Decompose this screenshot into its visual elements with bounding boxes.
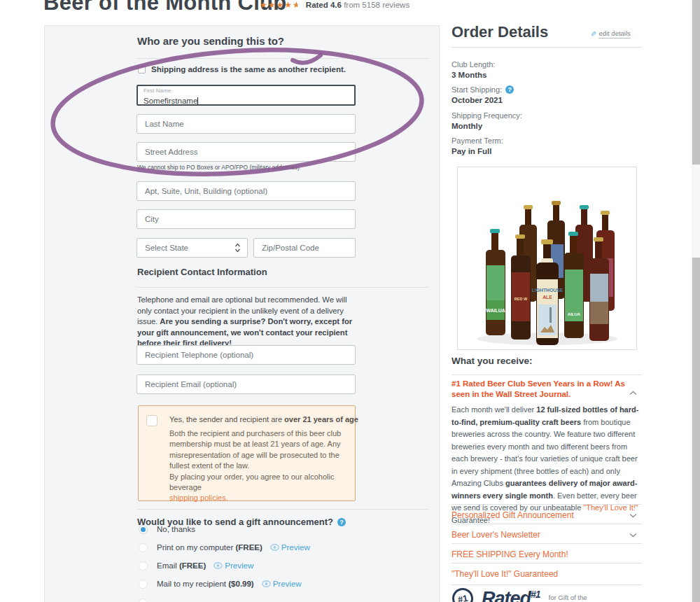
gift-option-email[interactable]: Email (FREE) Preview bbox=[139, 561, 253, 570]
gift-option-no-thanks[interactable]: No, thanks bbox=[139, 524, 195, 534]
order-details-heading: Order Details bbox=[451, 23, 548, 41]
eye-icon bbox=[214, 562, 223, 569]
rated-rank: #1 bbox=[531, 589, 540, 600]
bottle-label-red: RED W bbox=[514, 297, 528, 301]
gift-option-text: Mail to my recipient bbox=[157, 580, 228, 588]
detail-club-length: Club Length: 3 Months bbox=[451, 59, 495, 80]
star-icon: ★ bbox=[260, 1, 268, 9]
chevron-down-icon[interactable] bbox=[629, 513, 637, 518]
chevron-up-icon[interactable] bbox=[629, 391, 637, 396]
bottle-label-ale: ALE bbox=[542, 295, 552, 300]
preview-link[interactable]: Preview bbox=[214, 561, 253, 570]
detail-label: Start Shipping: bbox=[451, 85, 502, 94]
state-select[interactable]: Select State bbox=[136, 238, 248, 258]
divider bbox=[136, 287, 428, 288]
last-name-field[interactable] bbox=[136, 114, 356, 134]
detail-label: Club Length: bbox=[451, 59, 495, 69]
gift-option-price: ($0.99) bbox=[228, 580, 253, 588]
po-box-note: We cannot ship to PO Boxes or APO/FPO (m… bbox=[137, 164, 300, 171]
star-icon: ★ bbox=[284, 1, 293, 9]
form-heading: Who are you sending this to? bbox=[137, 35, 284, 47]
text-caret bbox=[197, 97, 198, 105]
edit-details-link[interactable]: ✎ edit details bbox=[590, 29, 631, 38]
same-address-row: Shipping address is the same as another … bbox=[138, 65, 346, 74]
preview-link[interactable]: Preview bbox=[270, 543, 310, 552]
what-you-receive-heading: What you receive: bbox=[451, 356, 533, 366]
divider bbox=[451, 504, 642, 505]
preview-label: Preview bbox=[273, 580, 302, 588]
shipping-policies-link[interactable]: shipping policies. bbox=[169, 493, 228, 502]
radio-icon[interactable] bbox=[139, 598, 148, 602]
age-title: Yes, the sender and recipient are over 2… bbox=[169, 415, 351, 424]
select-stepper-icon bbox=[234, 243, 241, 253]
rated-word: Rated bbox=[482, 588, 531, 602]
age-verification-box: Yes, the sender and recipient are over 2… bbox=[138, 405, 356, 501]
divider bbox=[136, 58, 428, 59]
contact-note: Telephone and email are optional but rec… bbox=[137, 295, 361, 349]
rating-value: Rated 4.6 bbox=[306, 1, 342, 9]
first-name-floating-label: First Name bbox=[144, 88, 354, 94]
divider bbox=[451, 47, 642, 48]
divider bbox=[136, 509, 428, 510]
age-body-2: By placing your order, you agree to our … bbox=[169, 472, 334, 491]
page-title: Beer of the Month Club bbox=[43, 0, 287, 15]
rated-logo-text: Rated#1 bbox=[482, 588, 540, 602]
newsletter-link[interactable]: Beer Lover's Newsletter bbox=[451, 530, 540, 540]
rated-tagline: for Gift of the bbox=[549, 594, 587, 601]
recipient-email-field[interactable] bbox=[136, 374, 356, 394]
rating-count: from 5158 reviews bbox=[344, 1, 410, 9]
radio-selected-icon[interactable] bbox=[139, 525, 148, 534]
first-name-value: Somefirstname bbox=[144, 97, 197, 105]
detail-value: Monthly bbox=[451, 120, 522, 132]
rated-number-one-logo: #1 Rated#1 for Gift of the bbox=[452, 588, 587, 602]
personalized-gift-link[interactable]: Personalized Gift Announcement bbox=[451, 510, 574, 520]
divider bbox=[451, 524, 642, 524]
half-star-icon: ★★ bbox=[293, 1, 301, 9]
bottle-wailua: WAILUA bbox=[486, 229, 505, 335]
first-name-field[interactable]: First Name Somefirstname bbox=[136, 85, 356, 106]
city-field[interactable] bbox=[136, 209, 356, 229]
gift-option-price: (FREE) bbox=[179, 561, 206, 570]
preview-label: Preview bbox=[225, 561, 253, 570]
chevron-down-icon[interactable] bbox=[629, 533, 637, 538]
scrollbar-track[interactable] bbox=[692, 0, 700, 602]
zip-field[interactable] bbox=[253, 238, 356, 258]
gift-option-print[interactable]: Print on my computer (FREE) Preview bbox=[139, 542, 310, 552]
number-one-badge-icon: #1 bbox=[450, 586, 475, 602]
same-address-label: Shipping address is the same as another … bbox=[151, 65, 346, 74]
recipient-form-card: Who are you sending this to? Shipping ad… bbox=[44, 25, 440, 602]
eye-icon bbox=[262, 580, 271, 587]
detail-value: October 2021 bbox=[451, 94, 514, 106]
gift-option-mail[interactable]: Mail to my recipient ($0.99) Preview bbox=[139, 579, 302, 589]
recipient-phone-field[interactable] bbox=[136, 345, 356, 365]
help-icon[interactable]: ? bbox=[505, 85, 514, 94]
gift-option-text: Email bbox=[157, 561, 179, 570]
scrollbar-thumb[interactable] bbox=[692, 164, 700, 258]
eye-icon bbox=[270, 544, 279, 551]
help-icon[interactable]: ? bbox=[337, 518, 346, 526]
radio-icon[interactable] bbox=[139, 561, 148, 570]
same-address-checkbox[interactable] bbox=[138, 66, 146, 74]
preview-link[interactable]: Preview bbox=[262, 580, 302, 588]
free-shipping-link[interactable]: FREE SHIPPING Every Month! bbox=[451, 550, 568, 559]
detail-start-shipping: Start Shipping: ? October 2021 bbox=[451, 85, 514, 106]
state-select-value: Select State bbox=[145, 244, 188, 252]
rated-club-headline[interactable]: #1 Rated Beer Club Seven Years in a Row!… bbox=[451, 379, 628, 400]
detail-value: Pay in Full bbox=[451, 146, 503, 157]
age-body: Both the recipient and purchasers of thi… bbox=[169, 428, 351, 504]
age-text: Yes, the sender and recipient are over 2… bbox=[169, 415, 351, 504]
desc-text: from boutique breweries across the count… bbox=[451, 418, 638, 488]
contact-note-bold: Are you sending a surprise? Don't worry,… bbox=[137, 317, 352, 347]
radio-icon[interactable] bbox=[139, 580, 148, 589]
street-address-field[interactable] bbox=[136, 142, 356, 162]
radio-icon[interactable] bbox=[139, 543, 148, 552]
apt-suite-field[interactable] bbox=[136, 181, 356, 201]
divider bbox=[451, 374, 642, 375]
guaranteed-link[interactable]: "They'll Love It!" Guaranteed bbox=[451, 569, 558, 579]
detail-shipping-frequency: Shipping Frequency: Monthly bbox=[451, 111, 522, 132]
age-checkbox[interactable] bbox=[146, 415, 158, 426]
rating-summary: ★★★★★★ Rated 4.6 from 5158 reviews bbox=[260, 1, 410, 9]
star-icon: ★ bbox=[276, 1, 285, 9]
gift-option-partial[interactable] bbox=[139, 598, 148, 602]
rating-text: Rated 4.6 from 5158 reviews bbox=[306, 1, 410, 9]
